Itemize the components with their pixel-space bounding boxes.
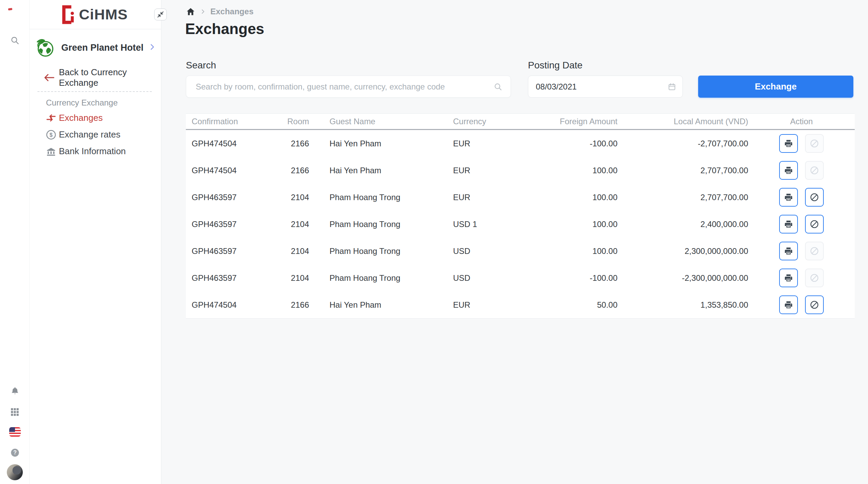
cell-local-amount: 2,300,000,000.00 (617, 246, 748, 256)
logo-text: CiHMS (79, 6, 128, 23)
cell-action (748, 269, 855, 287)
cell-currency: EUR (453, 166, 533, 175)
cell-confirmation: GPH474504 (186, 300, 278, 310)
table-row: GPH463597 2104 Pham Hoang Trong USD 1 10… (186, 211, 855, 238)
rail-search-icon[interactable] (0, 33, 30, 48)
cell-confirmation: GPH463597 (186, 220, 278, 229)
rail-logo-mark (8, 8, 13, 11)
cihms-logo-icon (61, 5, 75, 25)
apps-grid-icon[interactable] (0, 404, 30, 419)
cancel-slash-icon (809, 219, 819, 229)
cell-local-amount: 2,707,700.00 (617, 193, 748, 202)
table-row: GPH474504 2166 Hai Yen Pham EUR 100.00 2… (186, 157, 855, 184)
language-flag-us-icon[interactable] (0, 424, 30, 439)
calendar-icon[interactable] (668, 82, 676, 91)
exchange-button[interactable]: Exchange (698, 76, 853, 98)
breadcrumb-chevron-icon (200, 9, 206, 15)
printer-icon (784, 300, 793, 309)
cell-local-amount: -2,707,700.00 (617, 139, 748, 148)
posting-date-label: Posting Date (528, 60, 582, 71)
sidebar-item-label: Exchange rates (59, 129, 120, 140)
home-icon[interactable] (186, 7, 195, 16)
collapse-arrows-icon (157, 11, 164, 18)
printer-icon (784, 273, 793, 283)
cancel-button[interactable] (805, 295, 824, 314)
cell-foreign-amount: 50.00 (533, 300, 617, 310)
back-arrow-icon (44, 73, 55, 82)
cancel-slash-icon (809, 273, 819, 283)
sidebar-item-bank-information[interactable]: Bank Information (30, 143, 161, 160)
cell-foreign-amount: 100.00 (533, 166, 617, 175)
back-to-currency-exchange-link[interactable]: Back to Currency Exchange (30, 69, 161, 86)
posting-date-input[interactable] (528, 76, 668, 97)
print-button[interactable] (779, 161, 798, 180)
cancel-slash-icon (809, 246, 819, 256)
sidebar-section-label: Currency Exchange (46, 98, 118, 108)
cell-action (748, 242, 855, 260)
cell-guest-name: Pham Hoang Trong (309, 246, 453, 256)
exchange-arrows-icon (45, 114, 57, 123)
print-button[interactable] (779, 134, 798, 153)
cell-room: 2166 (278, 300, 309, 310)
notifications-bell-icon[interactable] (0, 384, 30, 399)
cell-currency: USD (453, 246, 533, 256)
green-planet-globe-icon (35, 38, 55, 58)
cell-foreign-amount: 100.00 (533, 220, 617, 229)
cell-foreign-amount: -100.00 (533, 273, 617, 283)
table-row: GPH463597 2104 Pham Hoang Trong EUR 100.… (186, 184, 855, 211)
print-button[interactable] (779, 269, 798, 287)
cell-action (748, 295, 855, 314)
cell-currency: EUR (453, 193, 533, 202)
cell-foreign-amount: 100.00 (533, 193, 617, 202)
print-button[interactable] (779, 215, 798, 233)
sidebar-divider (37, 91, 152, 92)
sidebar-collapse-button[interactable] (154, 9, 167, 20)
sidebar-item-exchange-rates[interactable]: $ Exchange rates (30, 126, 161, 143)
cell-room: 2104 (278, 273, 309, 283)
back-link-label: Back to Currency Exchange (59, 67, 161, 88)
cancel-button[interactable] (805, 188, 824, 207)
cell-action (748, 215, 855, 233)
cell-local-amount: -2,300,000,000.00 (617, 273, 748, 283)
cancel-button (805, 134, 824, 153)
table-body: GPH474504 2166 Hai Yen Pham EUR -100.00 … (186, 130, 855, 318)
posting-date-box (528, 76, 683, 98)
cell-room: 2166 (278, 166, 309, 175)
printer-icon (784, 166, 793, 175)
user-avatar[interactable] (0, 464, 30, 481)
cell-guest-name: Pham Hoang Trong (309, 273, 453, 283)
cancel-slash-icon (809, 192, 819, 202)
cancel-slash-icon (809, 165, 819, 175)
print-button[interactable] (779, 242, 798, 260)
cell-confirmation: GPH463597 (186, 193, 278, 202)
print-button[interactable] (779, 188, 798, 207)
table-row: GPH474504 2166 Hai Yen Pham EUR 50.00 1,… (186, 291, 855, 318)
header-confirmation: Confirmation (186, 117, 278, 126)
cell-confirmation: GPH463597 (186, 273, 278, 283)
main-content: Exchanges Exchanges Search Posting Date … (162, 0, 868, 484)
us-flag (9, 427, 21, 437)
cell-guest-name: Hai Yen Pham (309, 166, 453, 175)
app-logo[interactable]: CiHMS (30, 0, 161, 29)
cell-guest-name: Pham Hoang Trong (309, 193, 453, 202)
cancel-slash-icon (809, 300, 819, 310)
svg-text:$: $ (50, 132, 53, 138)
sidebar-item-label: Bank Information (59, 146, 126, 157)
cell-foreign-amount: 100.00 (533, 246, 617, 256)
help-icon[interactable]: ? (0, 445, 30, 460)
search-input[interactable] (186, 76, 494, 97)
cell-local-amount: 2,400,000.00 (617, 220, 748, 229)
cell-local-amount: 2,707,700.00 (617, 166, 748, 175)
cell-currency: USD (453, 273, 533, 283)
header-local-amount: Local Amount (VND) (617, 117, 748, 126)
cell-foreign-amount: -100.00 (533, 139, 617, 148)
print-button[interactable] (779, 295, 798, 314)
cell-room: 2104 (278, 220, 309, 229)
table-row: GPH463597 2104 Pham Hoang Trong USD -100… (186, 264, 855, 291)
cell-room: 2104 (278, 246, 309, 256)
cell-guest-name: Hai Yen Pham (309, 300, 453, 310)
hotel-selector[interactable]: Green Planet Hotel (30, 37, 161, 59)
cell-guest-name: Hai Yen Pham (309, 139, 453, 148)
sidebar-item-exchanges[interactable]: Exchanges (30, 110, 161, 126)
cancel-button[interactable] (805, 215, 824, 233)
